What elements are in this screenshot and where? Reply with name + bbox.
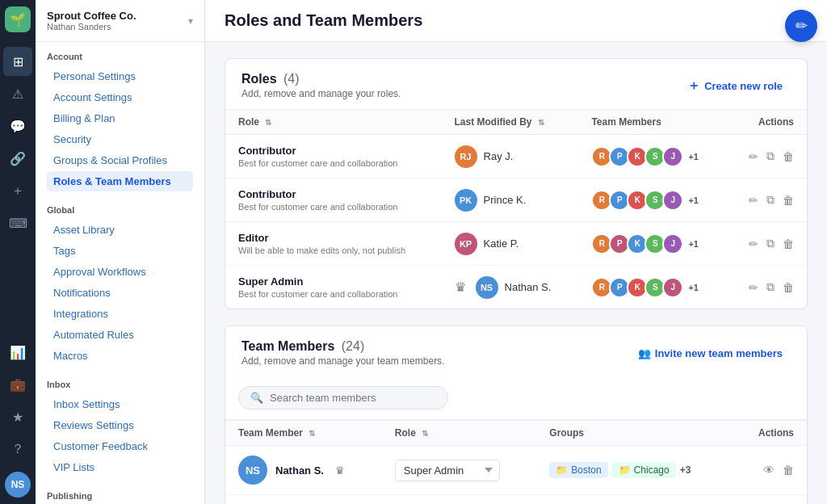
alert-icon[interactable]: ⚠ [3, 79, 32, 108]
sidebar-item-macros[interactable]: Macros [47, 346, 193, 366]
extra-groups-badge: +3 [680, 464, 691, 476]
table-row: ContributorBest for customer care and co… [225, 178, 807, 222]
crown-icon: ♛ [335, 464, 345, 477]
search-input-wrap[interactable]: 🔍 [238, 386, 448, 410]
sidebar-item-roles[interactable]: Roles & Team Members [47, 171, 193, 191]
search-icon: 🔍 [250, 392, 263, 404]
sidebar-item-integrations[interactable]: Integrations [47, 304, 193, 324]
group-tag[interactable]: 📁Boston [549, 462, 607, 478]
member-count-badge: +1 [688, 152, 699, 162]
account-section: Account Personal Settings Account Settin… [36, 42, 204, 195]
sidebar-item-reviews-settings[interactable]: Reviews Settings [47, 415, 193, 435]
quick-edit-button[interactable]: ✏ [785, 10, 817, 42]
member-avatar: J [662, 190, 683, 211]
group-tag[interactable]: 📁Chicago [612, 462, 676, 478]
team-member-name: Nathan S. [275, 464, 324, 477]
copy-icon[interactable]: ⧉ [766, 149, 775, 163]
member-avatars: RPKSJ+1 [591, 277, 714, 298]
sidebar-item-vip-lists[interactable]: VIP Lists [47, 457, 193, 477]
sidebar-item-asset-library[interactable]: Asset Library [47, 220, 193, 240]
invite-icon: 👥 [638, 347, 651, 359]
delete-icon[interactable]: 🗑 [783, 464, 794, 477]
star-icon[interactable]: ★ [3, 402, 32, 431]
action-icons: ✏ ⧉ 🗑 [741, 237, 795, 250]
sidebar-item-automated-rules[interactable]: Automated Rules [47, 325, 193, 345]
member-sort-icon[interactable]: ⇅ [309, 429, 315, 438]
member-avatars: RPKSJ+1 [591, 233, 714, 254]
view-icon[interactable]: 👁 [763, 464, 775, 477]
roles-table-wrap: Role ⇅ Last Modified By ⇅ Team Members [225, 109, 807, 309]
team-members-table: Team Member ⇅ Role ⇅ Groups Ac [225, 420, 807, 504]
sidebar-item-account-settings[interactable]: Account Settings [47, 87, 193, 107]
sidebar-item-approval-workflows[interactable]: Approval Workflows [47, 262, 193, 282]
modified-by-column-header: Last Modified By ⇅ [442, 110, 579, 135]
question-icon[interactable]: ？ [3, 435, 32, 464]
analytics-icon[interactable]: 📊 [3, 338, 32, 367]
roles-card-title-area: Roles (4) Add, remove and manage your ro… [241, 72, 401, 99]
global-section-title: Global [47, 205, 193, 215]
role-name: Super Admin [238, 275, 429, 288]
modifier-name: Katie P. [484, 237, 519, 250]
roles-card-title: Roles (4) [241, 72, 401, 86]
action-icons: ✏ ⧉ 🗑 [741, 149, 795, 163]
role-sort-icon-tm[interactable]: ⇅ [422, 429, 428, 438]
briefcase-icon[interactable]: 💼 [3, 370, 32, 399]
sidebar-item-inbox-settings[interactable]: Inbox Settings [47, 394, 193, 414]
edit-icon[interactable]: ✏ [749, 150, 758, 163]
role-name: Contributor [238, 145, 429, 157]
delete-icon[interactable]: 🗑 [783, 150, 794, 163]
action-icons: 👁 🗑 [747, 464, 794, 477]
create-new-role-button[interactable]: ＋ Create new role [679, 73, 791, 99]
team-members-table-wrap: Team Member ⇅ Role ⇅ Groups Ac [225, 420, 807, 504]
delete-icon[interactable]: 🗑 [783, 237, 794, 250]
edit-icon[interactable]: ✏ [749, 237, 758, 250]
link-icon[interactable]: 🔗 [3, 144, 32, 173]
crown-icon: ♛ [455, 279, 466, 295]
user-name: Nathan Sanders [47, 22, 136, 32]
role-select[interactable]: Super AdminEditorContributorPublisher [395, 460, 500, 481]
sidebar-item-notifications[interactable]: Notifications [47, 283, 193, 303]
member-avatars: RPKSJ+1 [591, 146, 714, 167]
company-name: Sprout Coffee Co. [47, 10, 136, 22]
role-column-header-tm: Role ⇅ [382, 421, 537, 446]
sidebar-item-security[interactable]: Security [47, 129, 193, 149]
copy-icon[interactable]: ⧉ [766, 280, 775, 294]
delete-icon[interactable]: 🗑 [783, 194, 794, 207]
sidebar: Sprout Coffee Co. Nathan Sanders ▾ Accou… [36, 0, 205, 504]
edit-icon[interactable]: ✏ [749, 281, 758, 294]
team-members-card-header: Team Members (24) Add, remove and manage… [225, 326, 807, 376]
modifier-avatar: KP [455, 233, 477, 255]
sidebar-header[interactable]: Sprout Coffee Co. Nathan Sanders ▾ [36, 0, 204, 42]
account-section-title: Account [47, 52, 193, 61]
compose-icon[interactable]: ＋ [3, 176, 32, 205]
sidebar-item-tags[interactable]: Tags [47, 241, 193, 261]
team-members-column-header: Team Members [578, 110, 727, 135]
invite-team-members-button[interactable]: 👥 Invite new team members [630, 342, 791, 364]
chat-icon[interactable]: 💬 [3, 111, 32, 141]
edit-icon[interactable]: ✏ [749, 194, 758, 207]
sidebar-item-personal-settings[interactable]: Personal Settings [47, 66, 193, 86]
team-members-card-title-area: Team Members (24) Add, remove and manage… [241, 339, 444, 367]
sidebar-item-groups[interactable]: Groups & Social Profiles [47, 150, 193, 170]
role-sort-icon[interactable]: ⇅ [265, 118, 271, 127]
modifier-cell: ♛ NS Nathan S. [455, 276, 566, 299]
modifier-avatar: NS [476, 276, 498, 299]
copy-icon[interactable]: ⧉ [766, 193, 775, 207]
folder-icon: 📁 [619, 464, 631, 476]
home-icon[interactable]: ⊞ [3, 47, 32, 76]
team-member-cell: NS Nathan S.♛ [238, 456, 369, 485]
team-members-card-title: Team Members (24) [241, 339, 444, 354]
search-input[interactable] [270, 392, 431, 404]
keyboard-icon[interactable]: ⌨ [3, 208, 32, 237]
sidebar-item-billing[interactable]: Billing & Plan [47, 108, 193, 128]
sidebar-item-customer-feedback[interactable]: Customer Feedback [47, 436, 193, 456]
delete-icon[interactable]: 🗑 [783, 281, 794, 294]
member-avatar: J [662, 277, 683, 298]
copy-icon[interactable]: ⧉ [766, 237, 775, 250]
folder-icon: 📁 [556, 464, 568, 476]
modified-sort-icon[interactable]: ⇅ [538, 118, 544, 127]
action-icons: ✏ ⧉ 🗑 [741, 193, 795, 207]
modifier-name: Nathan S. [505, 281, 552, 293]
table-row: Super AdminBest for customer care and co… [225, 266, 807, 309]
user-avatar[interactable]: NS [5, 472, 31, 498]
